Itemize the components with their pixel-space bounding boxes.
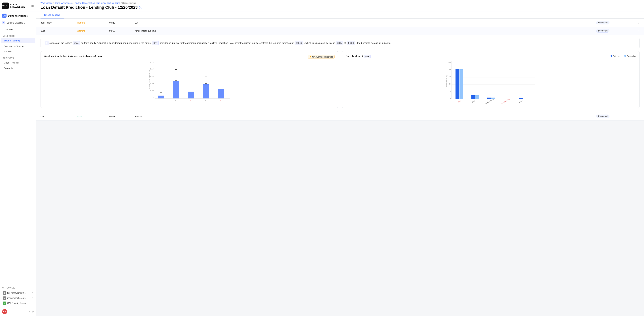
tab-stress-testing[interactable]: Stress Testing bbox=[40, 12, 64, 19]
svg-text:Asian-Pac-Islander: Asian-Pac-Islander bbox=[196, 100, 206, 101]
sidebar-footer: KK ⌄ ? ⚙ bbox=[0, 307, 36, 316]
content-area: addr_state Warning 0.022 CA Protected ⌄ … bbox=[36, 19, 644, 316]
legend-dot-reference: Reference bbox=[610, 55, 622, 57]
fav-item-st[interactable]: S ST improvements ... ↗ bbox=[2, 290, 34, 295]
sidebar: ROBUST INTELLIGENCE ROBUSTINTELLIGENCE ◫… bbox=[0, 0, 36, 316]
summary-text-5: of bbox=[344, 42, 346, 44]
logo-area: ROBUST INTELLIGENCE ROBUSTINTELLIGENCE ◫ bbox=[0, 0, 36, 12]
summary-text-1: subsets of the feature bbox=[50, 42, 73, 44]
dist-chart-svg: 0 20 40 60 80 100 bbox=[346, 60, 636, 104]
row-protected-badge-sex: Protected bbox=[596, 115, 632, 118]
svg-text:0.050: 0.050 bbox=[150, 83, 154, 84]
monitors-label: Monitors bbox=[4, 50, 13, 53]
tab-bar: Stress Testing bbox=[36, 12, 644, 19]
project-more-button[interactable]: ··· bbox=[32, 21, 34, 24]
project-name: Lending Classific... bbox=[6, 22, 30, 24]
datasets-label: Datasets bbox=[4, 67, 13, 70]
nav-overview-section: Overview bbox=[0, 26, 36, 33]
svg-text:0.075: 0.075 bbox=[150, 75, 154, 77]
row-expand-button[interactable]: ⌄ bbox=[632, 21, 640, 24]
row-collapse-button[interactable]: ⌃ bbox=[632, 30, 640, 32]
results-table: addr_state Warning 0.022 CA Protected ⌄ … bbox=[36, 19, 644, 121]
summary-text-2: perform poorly. A subset is considered u… bbox=[81, 42, 152, 44]
dist-bar-amer-ref bbox=[503, 99, 507, 99]
svg-text:80: 80 bbox=[449, 69, 450, 70]
threshold-text: 80% Warning Threshold bbox=[312, 56, 333, 58]
svg-text:Other: Other bbox=[519, 100, 523, 103]
favorites-chevron-icon: ⌄ bbox=[32, 286, 34, 289]
breadcrumb: Workspaces / Demo Workspace / Lending Cl… bbox=[40, 2, 640, 4]
row-protected-badge: Protected bbox=[596, 21, 632, 25]
svg-text:100: 100 bbox=[448, 61, 450, 63]
summary-count: 3 bbox=[45, 41, 48, 45]
legend-dot-evaluation: Evaluation bbox=[624, 55, 636, 57]
page-title: Loan Default Prediction - Lending Club -… bbox=[40, 5, 640, 10]
workspace-selector[interactable]: DW Demo Workspace ⌄ bbox=[0, 12, 36, 20]
breadcrumb-project[interactable]: Lending Classification Continuous Testin… bbox=[74, 2, 120, 4]
fav-item-gai[interactable]: G GAI Security Demo ↗ bbox=[2, 301, 34, 306]
nav-item-datasets[interactable]: Datasets bbox=[1, 66, 35, 71]
continuous-testing-label: Continuous Testing bbox=[4, 45, 24, 48]
row-subset-race: Amer-Indian-Eskimo bbox=[134, 30, 596, 32]
breadcrumb-current: Stress Testing bbox=[122, 2, 136, 4]
summary-text-6: , the best rate across all subsets . bbox=[356, 42, 391, 44]
svg-text:40: 40 bbox=[449, 83, 450, 85]
fav-item-massimo[interactable]: M massimoaufiero-d... ↗ bbox=[2, 295, 34, 301]
threshold-icon: ◆ bbox=[310, 56, 311, 58]
help-icon[interactable]: ? bbox=[28, 310, 30, 313]
project-row[interactable]: L Lending Classific... ··· bbox=[0, 20, 36, 26]
fav-link-st-icon[interactable]: ↗ bbox=[31, 292, 33, 294]
breadcrumb-workspaces[interactable]: Workspaces bbox=[40, 2, 52, 4]
page-info-icon[interactable]: i bbox=[139, 6, 142, 9]
breadcrumb-sep-1: / bbox=[53, 2, 54, 4]
summary-info-box: 3 subsets of the feature race perform po… bbox=[40, 38, 640, 48]
svg-text:Other: Other bbox=[172, 100, 176, 101]
fav-link-gai-icon[interactable]: ↗ bbox=[31, 302, 33, 304]
nav-item-continuous-testing[interactable]: Continuous Testing bbox=[1, 44, 35, 49]
row-status: Warning bbox=[77, 21, 109, 24]
breadcrumb-demo-workspace[interactable]: Demo Workspace bbox=[54, 2, 72, 4]
main-content: Workspaces / Demo Workspace / Lending Cl… bbox=[36, 0, 644, 316]
summary-text-4: , which is calculated by taking bbox=[304, 42, 336, 44]
svg-text:60: 60 bbox=[449, 76, 450, 78]
summary-threshold: 0.046 bbox=[295, 41, 303, 45]
row-status-sex: Pass bbox=[77, 115, 109, 118]
favorites-header[interactable]: ☆ Favorites ⌄ bbox=[2, 285, 34, 290]
summary-ci: 95% bbox=[152, 41, 159, 45]
footer-icons: ? ⚙ bbox=[28, 310, 34, 313]
svg-text:FREQUENCY (%): FREQUENCY (%) bbox=[446, 75, 448, 87]
feature-name: addr_state bbox=[40, 21, 77, 24]
fav-name-gai: GAI Security Demo bbox=[7, 302, 30, 304]
nav-item-model-registry[interactable]: Model Registry bbox=[1, 60, 35, 65]
settings-icon[interactable]: ⚙ bbox=[32, 310, 34, 313]
fav-link-massimo-icon[interactable]: ↗ bbox=[31, 297, 33, 299]
sidebar-toggle-button[interactable]: ◫ bbox=[31, 4, 34, 8]
bar-asian bbox=[203, 84, 209, 99]
charts-row: Positive Prediction Rate across Subsets … bbox=[40, 51, 640, 108]
fav-name-massimo: massimoaufiero-d... bbox=[7, 297, 30, 299]
nav-item-stress-testing[interactable]: Stress Testing bbox=[1, 38, 35, 43]
nav-item-overview[interactable]: Overview bbox=[1, 27, 35, 32]
nav-overview-label: Overview bbox=[4, 28, 14, 31]
dist-chart-title: Distribution of race bbox=[346, 55, 371, 58]
breadcrumb-sep-3: / bbox=[121, 2, 122, 4]
bar-amer-indian bbox=[158, 96, 164, 99]
row-expand-sex-button[interactable]: ⌄ bbox=[632, 115, 640, 118]
row-subset-sex: Female bbox=[134, 115, 596, 118]
svg-text:0.125: 0.125 bbox=[150, 62, 154, 63]
svg-text:Black: Black bbox=[471, 100, 475, 103]
nav-item-monitors[interactable]: Monitors bbox=[1, 49, 35, 54]
dist-bar-white-eval bbox=[460, 69, 463, 99]
row-status-race: Warning bbox=[77, 30, 109, 32]
distribution-chart-card: Distribution of race Reference Evaluatio… bbox=[342, 51, 640, 108]
svg-text:POSITIVE PREDICTION RATE: POSITIVE PREDICTION RATE bbox=[149, 70, 150, 91]
summary-best: 0.058 bbox=[347, 41, 355, 45]
dist-bar-black-ref bbox=[472, 95, 475, 99]
row-protected-badge-race: Protected bbox=[596, 29, 632, 33]
validation-section-label: VALIDATION bbox=[0, 34, 36, 38]
table-row: addr_state Warning 0.022 CA Protected ⌄ bbox=[36, 19, 644, 27]
user-chevron-icon[interactable]: ⌄ bbox=[9, 310, 10, 313]
svg-text:White: White bbox=[218, 100, 222, 101]
nav-validation-section: VALIDATION Stress Testing Continuous Tes… bbox=[0, 33, 36, 55]
protected-badge-race: Protected bbox=[596, 29, 610, 33]
